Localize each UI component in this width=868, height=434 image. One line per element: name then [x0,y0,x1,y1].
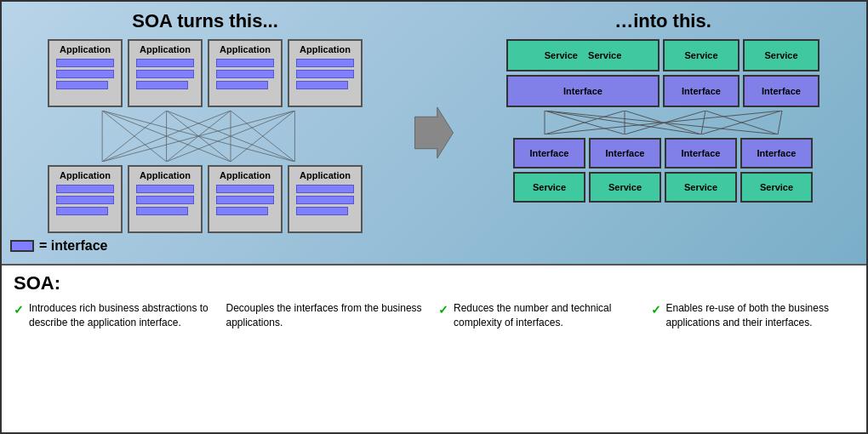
app-label-2: Application [140,44,191,55]
benefit-item-1: ✓ Introduces rich business abstractions … [14,301,218,330]
ibar-4b [296,70,354,78]
connections-svg [48,111,363,162]
ibar-2c [136,81,188,89]
ibar-1b [56,70,114,78]
soa-connections-svg [468,111,858,134]
app-box-5: Application [48,165,123,233]
benefits-grid: ✓ Introduces rich business abstractions … [14,301,854,330]
ibar-1c [56,81,108,89]
interface-bars-3 [213,59,277,89]
arrow-icon [413,107,455,158]
interface-bars-2 [133,59,197,89]
app-label-4: Application [300,44,351,55]
app-label-3: Application [220,44,271,55]
app-box-7: Application [208,165,283,233]
ibar-1a [56,59,114,67]
connections-area [48,111,363,162]
right-panel: …into this. Service Service Service Serv… [468,10,858,255]
check-mark-1: ✓ [14,302,24,330]
ibar-3c [216,81,268,89]
interface-box-1: Interface [506,75,660,107]
benefit-text-3: Reduces the number and technical complex… [454,301,642,330]
app-box-2: Application [128,39,203,107]
ibar-8b [296,196,354,204]
ibar-3a [216,59,274,67]
app-label-8: Application [300,170,351,181]
app-box-1: Application [48,39,123,107]
apps-top-row: Application Application [48,39,363,107]
app-box-3: Application [208,39,283,107]
ibar-2b [136,70,194,78]
check-mark-3: ✓ [438,302,448,330]
app-label-6: Application [140,170,191,181]
interface-bars-1 [53,59,117,89]
svg-line-29 [778,111,782,134]
interface-box-2: Interface [663,75,740,107]
ibar-4c [296,81,348,89]
soa-row-1: Service Service Service Service [468,39,858,71]
ibar-4a [296,59,354,67]
interface-bars-5 [53,185,117,215]
interface-box-3: Interface [743,75,819,107]
ibar-6a [136,185,194,193]
benefit-item-4: ✓ Enables re-use of both the business ap… [651,301,855,330]
ibar-5b [56,196,114,204]
ibar-5a [56,185,114,193]
interface-box-4: Interface [513,138,585,168]
interface-box-5: Interface [589,138,661,168]
service-box-3: Service [743,39,819,71]
right-title: …into this. [614,10,711,32]
soa-grid: Service Service Service Service Interfac… [468,39,858,203]
interface-box-7: Interface [740,138,813,168]
soa-row-3: Interface Interface Interface Interface [468,138,858,168]
benefit-text-2: Decouples the interfaces from the busine… [226,302,422,328]
app-box-6: Application [128,165,203,233]
legend-box [10,240,34,252]
ibar-2a [136,59,194,67]
check-mark-4: ✓ [651,302,661,330]
main-container: SOA turns this... Application Applicatio… [2,2,866,337]
ibar-6c [136,207,188,215]
ibar-7a [216,185,274,193]
interface-bars-8 [293,185,357,215]
app-label-5: Application [60,170,111,181]
ibar-7b [216,196,274,204]
svg-line-19 [545,111,701,134]
benefit-check-row-4: ✓ Enables re-use of both the business ap… [651,301,855,330]
legend-area: = interface [10,238,107,254]
ibar-6b [136,196,194,204]
soa-connections [468,111,858,134]
benefit-item-3: ✓ Reduces the number and technical compl… [438,301,642,330]
interface-bars-7 [213,185,277,215]
soa-heading: SOA: [14,272,854,294]
left-panel: SOA turns this... Application Applicatio… [10,10,400,255]
soa-row-2: Interface Interface Interface [468,75,858,107]
ibar-3b [216,70,274,78]
benefit-text-1: Introduces rich business abstractions to… [29,301,218,330]
apps-bottom-row: Application Application [48,165,363,233]
benefit-check-row-1: ✓ Introduces rich business abstractions … [14,301,218,330]
interface-box-6: Interface [665,138,737,168]
ibar-8c [296,207,348,215]
interface-bars-4 [293,59,357,89]
service-box-7: Service [740,172,813,203]
svg-marker-16 [415,107,454,158]
svg-line-25 [701,111,705,134]
service-box-1: Service Service [506,39,660,71]
soa-row-4: Service Service Service Service [468,172,858,203]
app-box-4: Application [288,39,363,107]
service-box-6: Service [665,172,737,203]
app-label-1: Application [60,44,111,55]
benefit-item-2: Decouples the interfaces from the busine… [226,301,431,330]
service-box-4: Service [513,172,585,203]
service-box-2: Service [663,39,740,71]
interface-bars-6 [133,185,197,215]
ibar-8a [296,185,354,193]
arrow-area [408,10,460,255]
legend-text: = interface [39,238,107,254]
service-box-5: Service [589,172,661,203]
top-section: SOA turns this... Application Applicatio… [2,2,866,266]
benefit-check-row-3: ✓ Reduces the number and technical compl… [438,301,642,330]
ibar-5c [56,207,108,215]
benefit-text-4: Enables re-use of both the business appl… [666,301,855,330]
